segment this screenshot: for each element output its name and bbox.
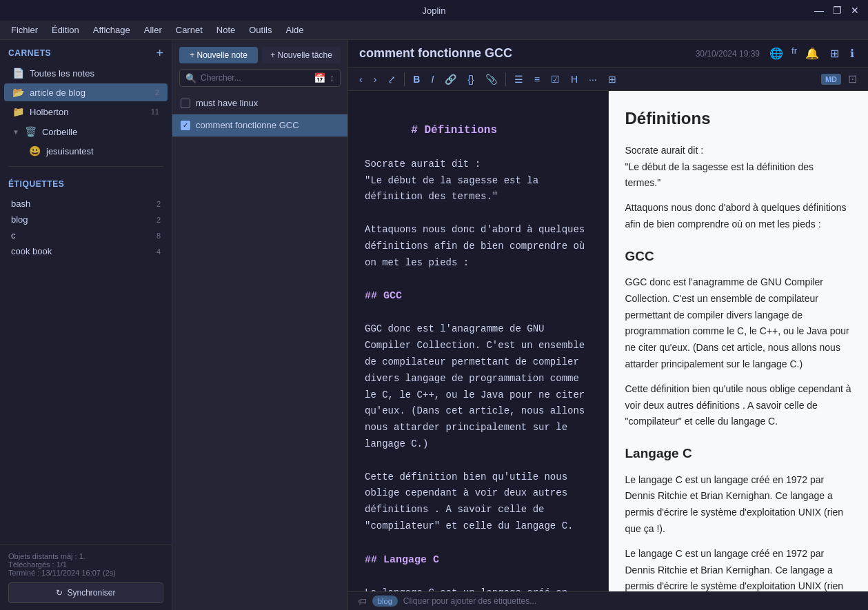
sync-status-line3: Terminé : 13/11/2024 16:07 (2s) [8, 569, 163, 577]
note-list: must have linux ✓ comment fonctionne GCC [172, 92, 347, 610]
editor-header: comment fonctionne GCC 30/10/2024 19:39 … [348, 40, 868, 68]
more-button[interactable]: ··· [585, 72, 601, 87]
menubar: Fichier Édition Affichage Aller Carnet N… [0, 21, 868, 40]
preview-intro: Socrate aurait dit :"Le début de la sage… [625, 143, 852, 192]
calendar-icon[interactable]: 📅 [314, 72, 325, 83]
preview-gcc-p1: GGC donc est l'anagramme de GNU Compiler… [625, 274, 852, 373]
checklist-button[interactable]: ☑ [547, 72, 564, 87]
corbeille-label: Corbeille [42, 127, 77, 137]
etiquette-cookbook-count: 4 [157, 247, 161, 256]
etiquette-blog-label: blog [11, 214, 28, 225]
emoji-icon: 😀 [29, 145, 41, 156]
menu-outils[interactable]: Outils [243, 23, 277, 37]
jesuisuntest-label: jesuisuntest [46, 146, 94, 156]
new-note-button[interactable]: + Nouvelle note [179, 47, 258, 63]
forward-button[interactable]: › [370, 72, 381, 87]
note-item-must-have-linux[interactable]: must have linux [172, 92, 347, 114]
trash-icon: 🗑️ [25, 126, 37, 137]
attachment-button[interactable]: 📎 [481, 72, 501, 87]
note-item-gcc[interactable]: ✓ comment fonctionne GCC [172, 114, 347, 136]
maximize-button[interactable]: ❐ [831, 4, 843, 17]
code-button[interactable]: {} [463, 72, 478, 87]
search-input[interactable] [201, 73, 310, 83]
sidebar-item-all-notes[interactable]: 📄 Toutes les notes [4, 64, 168, 82]
preview-h2-c: Langage C [625, 443, 852, 465]
menu-note[interactable]: Note [211, 23, 241, 37]
folder-icon: 📁 [12, 106, 24, 117]
menu-aller[interactable]: Aller [139, 23, 168, 37]
editor-content: # Définitions Socrate aurait dit : "Le d… [348, 91, 868, 591]
editor-title: comment fonctionne GCC [359, 46, 512, 61]
language-button[interactable]: 🌐 [767, 45, 786, 61]
etiquette-blog[interactable]: blog 2 [0, 212, 172, 227]
notebook-article-count: 2 [155, 88, 159, 96]
close-button[interactable]: ✕ [849, 4, 861, 17]
preview-gcc-p2: Cette définition bien qu'utile nous obli… [625, 381, 852, 430]
notebook-holberton-count: 11 [151, 108, 159, 116]
toggle-preview-button[interactable]: ⊡ [844, 70, 861, 88]
note-list-panel: + Nouvelle note + Nouvelle tâche 🔍 📅 ↕ m… [172, 40, 348, 610]
menu-aide[interactable]: Aide [280, 23, 309, 37]
menu-fichier[interactable]: Fichier [6, 23, 43, 37]
editor-raw[interactable]: # Définitions Socrate aurait dit : "Le d… [348, 91, 609, 591]
chevron-down-icon: ▼ [12, 128, 19, 136]
info-button[interactable]: ℹ [847, 45, 857, 61]
preview-h2-gcc: GCC [625, 245, 852, 267]
add-carnet-button[interactable]: + [156, 47, 163, 59]
etiquette-c-count: 8 [157, 232, 161, 240]
etiquette-cookbook[interactable]: cook book 4 [0, 243, 172, 259]
carnets-label: CARNETS [8, 48, 51, 58]
sidebar: CARNETS + 📄 Toutes les notes 📂 article d… [0, 40, 172, 610]
menu-affichage[interactable]: Affichage [88, 23, 136, 37]
etiquette-bash-count: 2 [157, 200, 161, 208]
etiquette-blog-count: 2 [157, 216, 161, 224]
etiquette-bash[interactable]: bash 2 [0, 196, 172, 212]
menu-carnet[interactable]: Carnet [170, 23, 208, 37]
notes-icon: 📄 [12, 68, 24, 79]
sidebar-item-article-blog[interactable]: 📂 article de blog 2 [4, 83, 168, 101]
editor-header-right: 30/10/2024 19:39 🌐 fr 🔔 ⊞ ℹ [696, 45, 857, 61]
add-tag-button[interactable]: Cliquer pour ajouter des étiquettes... [403, 596, 536, 606]
etiquette-c-label: c [11, 230, 16, 241]
editor-area: comment fonctionne GCC 30/10/2024 19:39 … [348, 40, 868, 610]
notebook-holberton-label: Holberton [30, 107, 68, 117]
layout-button[interactable]: ⊞ [827, 45, 842, 61]
link-button[interactable]: 🔗 [441, 72, 461, 87]
insert-button[interactable]: ⊞ [604, 72, 620, 87]
sidebar-item-corbeille[interactable]: ▼ 🗑️ Corbeille [4, 123, 168, 141]
preview-c-p2: Le langage C est un langage créé en 1972… [625, 546, 852, 591]
back-button[interactable]: ‹ [355, 72, 367, 87]
bell-button[interactable]: 🔔 [803, 45, 822, 61]
unordered-list-button[interactable]: ☰ [510, 72, 527, 87]
check-icon: ✓ [183, 121, 188, 129]
note-checkbox[interactable] [181, 99, 190, 108]
sidebar-item-jesuisuntest[interactable]: 😀 jesuisuntest [4, 142, 168, 160]
etiquette-cookbook-label: cook book [11, 246, 52, 256]
sidebar-item-holberton[interactable]: 📁 Holberton 11 [4, 103, 168, 121]
folder-open-icon: 📂 [12, 87, 24, 98]
etiquettes-label: ÉTIQUETTES [8, 179, 64, 189]
notebook-article-label: article de blog [30, 88, 85, 98]
heading-button[interactable]: H [567, 72, 582, 87]
etiquette-bash-label: bash [11, 199, 30, 209]
note-label-active: comment fonctionne GCC [196, 120, 299, 130]
footer-tag[interactable]: blog [372, 596, 398, 607]
editor-header-icons: 🌐 fr 🔔 ⊞ ℹ [767, 45, 857, 61]
note-checkbox-active[interactable]: ✓ [181, 121, 190, 130]
italic-button[interactable]: I [427, 72, 438, 87]
toolbar-separator-2 [505, 72, 506, 86]
etiquettes-section: bash 2 blog 2 c 8 cook book 4 [0, 193, 172, 262]
ordered-list-button[interactable]: ≡ [530, 72, 544, 87]
menu-edition[interactable]: Édition [46, 23, 85, 37]
editor-date: 30/10/2024 19:39 [696, 49, 760, 59]
sidebar-footer: Objets distants màj : 1. Téléchargés : 1… [0, 545, 172, 610]
external-link-button[interactable]: ⤤ [383, 72, 400, 87]
titlebar-title: Joplin [423, 6, 446, 16]
new-task-button[interactable]: + Nouvelle tâche [262, 47, 341, 63]
main-layout: CARNETS + 📄 Toutes les notes 📂 article d… [0, 40, 868, 610]
minimize-button[interactable]: — [813, 4, 825, 17]
sort-icon[interactable]: ↕ [330, 72, 334, 83]
bold-button[interactable]: B [409, 72, 424, 87]
sync-button[interactable]: ↻ Synchroniser [8, 582, 163, 603]
etiquette-c[interactable]: c 8 [0, 227, 172, 243]
